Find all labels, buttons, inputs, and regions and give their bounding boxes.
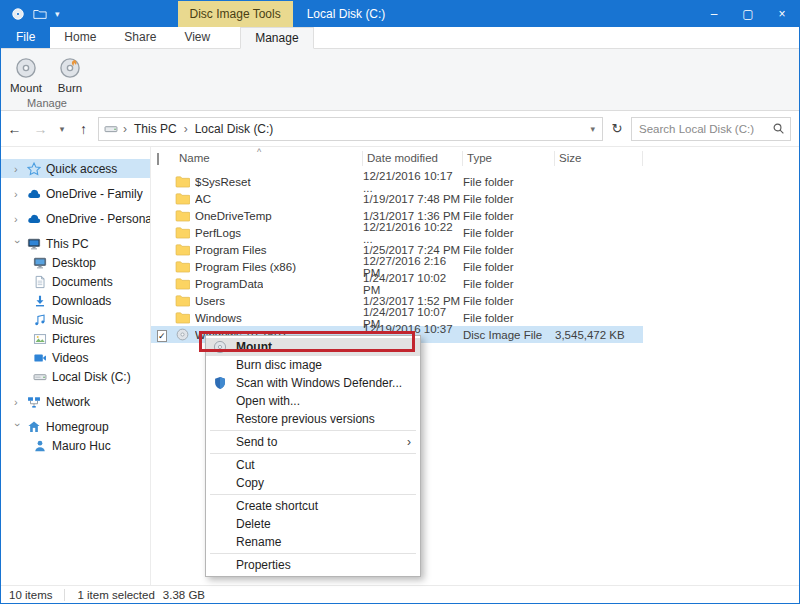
drive-icon — [33, 370, 47, 384]
close-button[interactable]: × — [765, 1, 799, 27]
sidebar-item-downloads[interactable]: Downloads — [1, 291, 150, 310]
row-checkbox-checked[interactable]: ✓ — [157, 330, 167, 342]
folder-icon — [175, 260, 190, 273]
table-row[interactable]: ProgramData 1/24/2017 10:02 PM File fold… — [151, 275, 643, 292]
tree-chevron-icon[interactable]: › — [14, 188, 22, 200]
explorer-window: ▾ Disc Image Tools Local Disk (C:) – ▢ ×… — [0, 0, 800, 604]
refresh-icon[interactable]: ↻ — [606, 121, 628, 136]
sidebar-item-this-pc[interactable]: › This PC — [1, 234, 150, 253]
menu-item-rename[interactable]: Rename — [206, 533, 420, 551]
tree-chevron-icon[interactable]: › — [14, 213, 22, 225]
sidebar-item-videos[interactable]: Videos — [1, 348, 150, 367]
breadcrumb-chevron-icon[interactable]: › — [121, 122, 129, 136]
mount-button[interactable]: Mount — [5, 54, 47, 99]
file-type: File folder — [463, 227, 555, 239]
back-button[interactable]: ← — [3, 121, 26, 137]
sidebar-item-label: Desktop — [52, 256, 96, 270]
maximize-button[interactable]: ▢ — [731, 1, 765, 27]
tab-view[interactable]: View — [170, 27, 224, 48]
search-input[interactable] — [637, 122, 768, 136]
sidebar-item-pictures[interactable]: Pictures — [1, 329, 150, 348]
disc-icon — [213, 340, 227, 354]
tree-chevron-icon[interactable]: › — [14, 396, 22, 408]
menu-item-create-shortcut[interactable]: Create shortcut — [206, 497, 420, 515]
folder-icon — [175, 226, 190, 239]
file-name: Windows — [195, 312, 242, 324]
select-all-checkbox[interactable] — [157, 153, 159, 165]
menu-item-open-with[interactable]: Open with... — [206, 392, 420, 410]
select-all-checkbox-cell[interactable] — [151, 152, 175, 164]
tree-chevron-icon[interactable]: › — [12, 240, 24, 248]
sidebar-item-onedrive-personal[interactable]: › OneDrive - Personal — [1, 209, 150, 228]
menu-item-label: Copy — [236, 476, 264, 490]
ribbon-tab-bar: File Home Share View Manage — [1, 27, 799, 49]
tree-chevron-icon[interactable]: › — [12, 423, 24, 431]
ribbon: Mount Burn Manage — [1, 49, 799, 111]
tab-manage[interactable]: Manage — [240, 27, 313, 49]
sidebar-item-label: Quick access — [46, 162, 117, 176]
sidebar-item-network[interactable]: › Network — [1, 392, 150, 411]
menu-item-delete[interactable]: Delete — [206, 515, 420, 533]
breadcrumb-segment-local-disk[interactable]: Local Disk (C:) — [193, 122, 276, 136]
menu-item-send-to[interactable]: Send to › — [206, 433, 420, 451]
file-type: File folder — [463, 244, 555, 256]
table-row[interactable]: PerfLogs 12/21/2016 10:22 ... File folde… — [151, 224, 643, 241]
folder-icon — [175, 243, 190, 256]
music-note-icon — [33, 313, 47, 327]
sidebar-item-music[interactable]: Music — [1, 310, 150, 329]
sidebar-item-label: Network — [46, 395, 90, 409]
column-headers: ^ Name Date modified Type Size — [151, 147, 799, 169]
search-icon[interactable] — [772, 122, 785, 135]
sidebar-item-local-disk[interactable]: Local Disk (C:) — [1, 367, 150, 386]
forward-button[interactable]: → — [29, 121, 52, 137]
menu-item-mount[interactable]: Mount — [206, 338, 420, 356]
column-header-name[interactable]: Name — [175, 151, 363, 166]
statusbar-divider — [64, 589, 65, 601]
table-row[interactable]: AC 1/19/2017 7:48 PM File folder — [151, 190, 643, 207]
table-row[interactable]: $SysReset 12/21/2016 10:17 ... File fold… — [151, 173, 643, 190]
breadcrumb[interactable]: › This PC › Local Disk (C:) ▾ — [98, 117, 603, 141]
sidebar-item-onedrive-family[interactable]: › OneDrive - Family — [1, 184, 150, 203]
address-bar: ← → ▾ ↑ › This PC › Local Disk (C:) ▾ ↻ — [1, 111, 799, 147]
sidebar-item-user-mauro-huc[interactable]: Mauro Huc — [1, 436, 150, 455]
tab-file[interactable]: File — [1, 27, 50, 48]
folder-icon — [175, 175, 190, 188]
breadcrumb-segment-this-pc[interactable]: This PC — [132, 122, 179, 136]
menu-item-label: Restore previous versions — [236, 412, 375, 426]
column-header-size[interactable]: Size — [555, 151, 643, 166]
menu-item-label: Send to — [236, 435, 277, 449]
tree-chevron-icon[interactable]: › — [14, 163, 22, 175]
history-dropdown-icon[interactable]: ▾ — [55, 124, 69, 134]
column-header-type[interactable]: Type — [463, 151, 555, 166]
column-header-date-modified[interactable]: Date modified — [363, 151, 463, 166]
qat-dropdown-icon[interactable]: ▾ — [55, 9, 60, 19]
desktop-icon — [33, 256, 47, 270]
menu-item-cut[interactable]: Cut — [206, 456, 420, 474]
menu-item-scan-with-windows-defender[interactable]: Scan with Windows Defender... — [206, 374, 420, 392]
context-tab-group-label: Disc Image Tools — [178, 1, 293, 27]
sidebar-item-quick-access[interactable]: › Quick access — [1, 159, 150, 178]
breadcrumb-chevron-icon[interactable]: › — [182, 122, 190, 136]
menu-item-restore-previous-versions[interactable]: Restore previous versions — [206, 410, 420, 428]
file-name: Program Files — [195, 244, 267, 256]
up-button[interactable]: ↑ — [72, 121, 95, 137]
sidebar-item-desktop[interactable]: Desktop — [1, 253, 150, 272]
tab-share[interactable]: Share — [110, 27, 170, 48]
menu-item-burn-disc-image[interactable]: Burn disc image — [206, 356, 420, 374]
menu-item-copy[interactable]: Copy — [206, 474, 420, 492]
file-name: Users — [195, 295, 225, 307]
address-dropdown-icon[interactable]: ▾ — [590, 124, 597, 134]
tab-home[interactable]: Home — [50, 27, 110, 48]
menu-item-properties[interactable]: Properties — [206, 556, 420, 574]
file-type: File folder — [463, 210, 555, 222]
folder-outline-icon[interactable] — [33, 7, 47, 21]
context-menu: Mount Burn disc image Scan with Windows … — [205, 335, 421, 577]
file-type: Disc Image File — [463, 329, 555, 341]
sidebar-item-homegroup[interactable]: › Homegroup — [1, 417, 150, 436]
sidebar-item-label: OneDrive - Family — [46, 187, 143, 201]
file-rows: $SysReset 12/21/2016 10:17 ... File fold… — [151, 173, 799, 343]
folder-icon — [175, 209, 190, 222]
sidebar-item-documents[interactable]: Documents — [1, 272, 150, 291]
minimize-button[interactable]: – — [697, 1, 731, 27]
burn-button[interactable]: Burn — [49, 54, 91, 99]
